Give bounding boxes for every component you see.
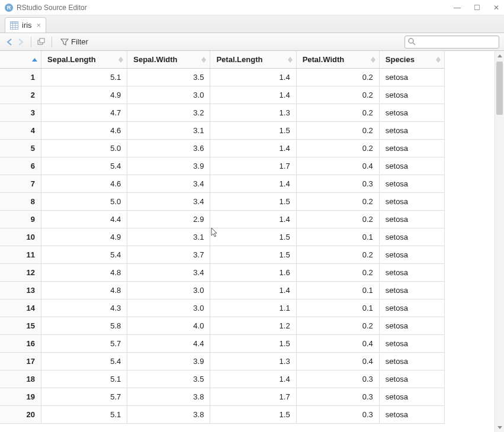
cell-petal-length: 1.5 <box>210 246 296 264</box>
table-row[interactable]: 24.93.01.40.2setosa <box>0 86 445 104</box>
cell-species: setosa <box>380 104 445 122</box>
cell-species: setosa <box>380 140 445 157</box>
table-row[interactable]: 85.03.41.50.2setosa <box>0 193 445 211</box>
table-row[interactable]: 124.83.41.60.2setosa <box>0 264 445 282</box>
vertical-scrollbar[interactable] <box>495 51 504 432</box>
window-maximize-button[interactable]: ☐ <box>474 4 480 12</box>
cell-petal-length: 1.4 <box>210 175 296 193</box>
table-row[interactable]: 134.83.01.40.1setosa <box>0 282 445 299</box>
cell-petal-width: 0.2 <box>297 69 380 86</box>
cell-petal-width: 0.2 <box>297 211 380 228</box>
table-row[interactable]: 74.63.41.40.3setosa <box>0 175 445 193</box>
cell-species: setosa <box>380 69 445 86</box>
cell-petal-length: 1.7 <box>210 157 296 175</box>
window-close-button[interactable]: ✕ <box>493 4 499 12</box>
cell-sepal-length: 5.0 <box>41 193 127 211</box>
cell-species: setosa <box>380 317 445 335</box>
table-row[interactable]: 175.43.91.30.4setosa <box>0 353 445 370</box>
row-number: 20 <box>0 406 41 424</box>
cell-petal-width: 0.3 <box>297 406 380 424</box>
filter-button[interactable]: Filter <box>57 36 92 47</box>
table-row[interactable]: 144.33.01.10.1setosa <box>0 299 445 317</box>
cell-sepal-width: 3.4 <box>127 264 210 282</box>
table-row[interactable]: 185.13.51.40.3setosa <box>0 370 445 388</box>
cell-sepal-width: 3.0 <box>127 299 210 317</box>
svg-rect-7 <box>40 38 44 43</box>
show-in-new-window-button[interactable] <box>36 37 47 47</box>
table-row[interactable]: 15.13.51.40.2setosa <box>0 69 445 86</box>
scrollbar-thumb[interactable] <box>496 62 503 115</box>
cell-sepal-length: 5.1 <box>41 69 127 86</box>
cell-sepal-length: 4.8 <box>41 282 127 299</box>
table-row[interactable]: 94.42.91.40.2setosa <box>0 211 445 228</box>
cell-sepal-width: 4.0 <box>127 317 210 335</box>
tab-bar: iris × <box>0 15 504 33</box>
filter-label: Filter <box>71 37 88 46</box>
table-row[interactable]: 165.74.41.50.4setosa <box>0 335 445 353</box>
table-row[interactable]: 65.43.91.70.4setosa <box>0 157 445 175</box>
row-number: 1 <box>0 69 41 86</box>
cell-petal-length: 1.5 <box>210 335 296 353</box>
tab-iris[interactable]: iris × <box>5 17 46 33</box>
cell-petal-length: 1.4 <box>210 282 296 299</box>
row-number: 9 <box>0 211 41 228</box>
cell-sepal-width: 3.6 <box>127 140 210 157</box>
column-header-petal-width[interactable]: Petal.Width <box>297 51 380 69</box>
row-number: 19 <box>0 388 41 406</box>
cell-petal-width: 0.2 <box>297 317 380 335</box>
cell-petal-width: 0.2 <box>297 264 380 282</box>
cell-sepal-length: 5.4 <box>41 246 127 264</box>
row-number: 10 <box>0 228 41 246</box>
window-minimize-button[interactable]: — <box>454 4 461 12</box>
row-number: 5 <box>0 140 41 157</box>
column-header-sepal-width[interactable]: Sepal.Width <box>127 51 210 69</box>
table-row[interactable]: 55.03.61.40.2setosa <box>0 140 445 157</box>
cell-species: setosa <box>380 228 445 246</box>
cell-petal-width: 0.4 <box>297 157 380 175</box>
cell-petal-length: 1.5 <box>210 228 296 246</box>
cell-sepal-width: 3.1 <box>127 228 210 246</box>
cell-sepal-width: 3.8 <box>127 406 210 424</box>
nav-forward-button[interactable] <box>15 37 26 47</box>
cell-sepal-length: 5.1 <box>41 370 127 388</box>
cell-petal-length: 1.6 <box>210 264 296 282</box>
window-title: RStudio Source Editor <box>17 4 87 12</box>
cell-petal-length: 1.2 <box>210 317 296 335</box>
table-row[interactable]: 115.43.71.50.2setosa <box>0 246 445 264</box>
row-number: 15 <box>0 317 41 335</box>
column-header-species[interactable]: Species <box>380 51 445 69</box>
cell-species: setosa <box>380 335 445 353</box>
window-titlebar: R RStudio Source Editor — ☐ ✕ <box>0 0 504 15</box>
table-row[interactable]: 34.73.21.30.2setosa <box>0 104 445 122</box>
cell-petal-width: 0.3 <box>297 175 380 193</box>
column-header-sepal-length[interactable]: Sepal.Length <box>41 51 127 69</box>
cell-species: setosa <box>380 122 445 140</box>
tab-close-icon[interactable]: × <box>37 21 41 30</box>
column-header-rownum[interactable] <box>0 51 41 69</box>
cell-sepal-length: 5.4 <box>41 353 127 370</box>
row-number: 8 <box>0 193 41 211</box>
row-number: 13 <box>0 282 41 299</box>
cell-sepal-length: 4.9 <box>41 86 127 104</box>
cell-sepal-width: 3.9 <box>127 157 210 175</box>
nav-back-button[interactable] <box>5 37 15 47</box>
cell-species: setosa <box>380 299 445 317</box>
column-header-petal-length[interactable]: Petal.Length <box>210 51 296 69</box>
cell-sepal-length: 4.6 <box>41 122 127 140</box>
table-row[interactable]: 205.13.81.50.3setosa <box>0 406 445 424</box>
row-number: 2 <box>0 86 41 104</box>
cell-species: setosa <box>380 175 445 193</box>
table-row[interactable]: 195.73.81.70.3setosa <box>0 388 445 406</box>
scroll-up-icon[interactable] <box>495 51 504 60</box>
table-row[interactable]: 44.63.11.50.2setosa <box>0 122 445 140</box>
row-number: 3 <box>0 104 41 122</box>
cell-sepal-length: 5.0 <box>41 140 127 157</box>
table-row[interactable]: 155.84.01.20.2setosa <box>0 317 445 335</box>
search-input[interactable] <box>405 36 499 49</box>
scroll-down-icon[interactable] <box>495 423 504 432</box>
cell-petal-width: 0.2 <box>297 246 380 264</box>
sort-icon <box>201 57 206 63</box>
sort-ascending-icon <box>32 58 37 62</box>
sort-icon <box>436 57 441 63</box>
table-row[interactable]: 104.93.11.50.1setosa <box>0 228 445 246</box>
